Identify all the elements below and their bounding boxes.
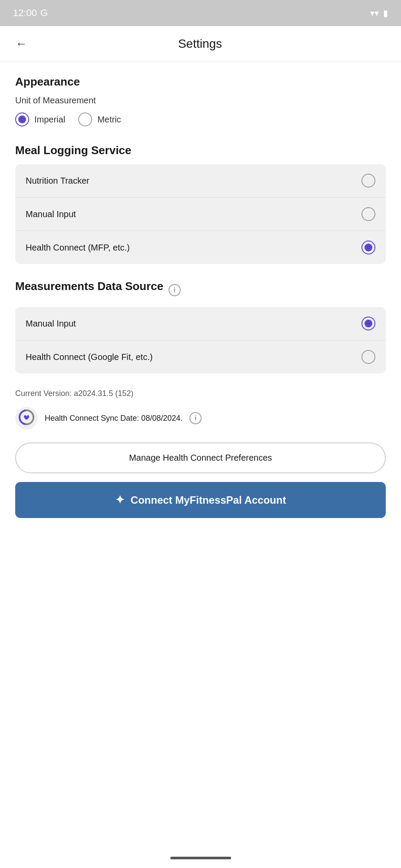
meal-logging-header: Meal Logging Service (15, 144, 386, 157)
status-time-group: 12:00 G (13, 7, 48, 19)
health-connect-sync-text: Health Connect Sync Date: 08/08/2024. (45, 414, 182, 423)
health-connect-google-radio[interactable] (361, 350, 375, 364)
app-bar: ← Settings (0, 26, 401, 62)
health-connect-info-icon[interactable]: i (189, 412, 202, 424)
metric-radio[interactable] (78, 112, 92, 126)
bottom-home-indicator (170, 857, 231, 859)
imperial-label: Imperial (34, 115, 65, 125)
manual-input-measurement-radio[interactable] (361, 317, 375, 330)
nutrition-tracker-option[interactable]: Nutrition Tracker (15, 164, 386, 198)
manual-input-meal-label: Manual Input (26, 209, 76, 219)
page-title: Settings (30, 37, 371, 51)
measurements-section-header: Measurements Data Source (15, 280, 163, 293)
back-arrow-icon: ← (15, 37, 27, 51)
manage-health-connect-button[interactable]: Manage Health Connect Preferences (15, 442, 386, 473)
meal-logging-section: Meal Logging Service Nutrition Tracker M… (15, 144, 386, 264)
nutrition-tracker-label: Nutrition Tracker (26, 176, 89, 186)
wifi-icon: ▾▾ (370, 8, 379, 18)
meal-logging-card: Nutrition Tracker Manual Input Health Co… (15, 164, 386, 264)
imperial-radio[interactable] (15, 112, 29, 126)
health-connect-mfp-radio[interactable] (361, 241, 375, 254)
health-connect-google-label: Health Connect (Google Fit, etc.) (26, 352, 152, 362)
mfp-button-label: Connect MyFitnessPal Account (131, 494, 286, 506)
version-text: Current Version: a2024.31.5 (152) (15, 389, 386, 398)
nutrition-tracker-radio[interactable] (361, 174, 375, 188)
health-connect-sync-row: Health Connect Sync Date: 08/08/2024. i (15, 407, 386, 429)
measurements-info-icon[interactable]: i (169, 284, 181, 296)
manual-input-meal-option[interactable]: Manual Input (15, 198, 386, 231)
status-bar: 12:00 G ▾▾ ▮ (0, 0, 401, 26)
appearance-section-header: Appearance (15, 75, 386, 89)
unit-of-measurement-label: Unit of Measurement (15, 96, 386, 106)
unit-radio-group: Imperial Metric (15, 112, 386, 126)
manual-input-meal-radio[interactable] (361, 207, 375, 221)
mfp-button-icon: ✦ (115, 493, 125, 507)
health-connect-logo-icon (15, 407, 38, 429)
measurements-section: Measurements Data Source i Manual Input … (15, 280, 386, 373)
connect-myfitnesspal-button[interactable]: ✦ Connect MyFitnessPal Account (15, 482, 386, 518)
metric-option[interactable]: Metric (78, 112, 121, 126)
battery-icon: ▮ (383, 8, 388, 18)
status-time: 12:00 (13, 7, 37, 19)
health-connect-mfp-option[interactable]: Health Connect (MFP, etc.) (15, 231, 386, 264)
health-connect-google-option[interactable]: Health Connect (Google Fit, etc.) (15, 340, 386, 373)
health-connect-mfp-label: Health Connect (MFP, etc.) (26, 243, 130, 253)
manual-input-measurement-option[interactable]: Manual Input (15, 307, 386, 340)
measurements-card: Manual Input Health Connect (Google Fit,… (15, 307, 386, 373)
content-area: Appearance Unit of Measurement Imperial … (0, 62, 401, 531)
google-g-icon: G (40, 7, 48, 19)
status-icons: ▾▾ ▮ (370, 8, 388, 18)
imperial-option[interactable]: Imperial (15, 112, 65, 126)
appearance-section: Appearance Unit of Measurement Imperial … (15, 75, 386, 126)
measurements-header-row: Measurements Data Source i (15, 280, 386, 300)
back-button[interactable]: ← (13, 35, 30, 53)
manual-input-measurement-label: Manual Input (26, 319, 76, 329)
metric-label: Metric (97, 115, 121, 125)
